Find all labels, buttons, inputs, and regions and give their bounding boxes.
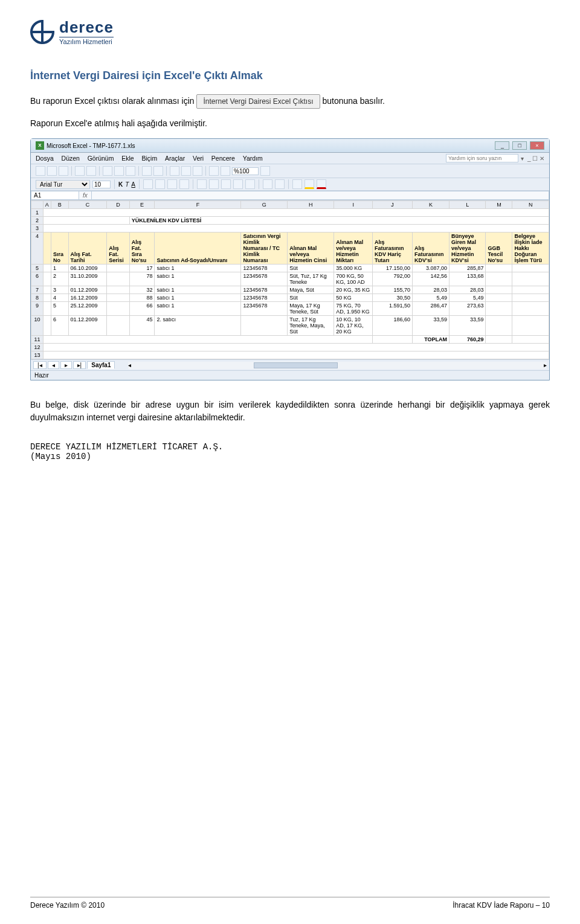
cell[interactable]: Maya, 17 Kg Teneke, Süt (288, 302, 334, 316)
cell[interactable] (512, 294, 549, 302)
col-header[interactable]: J (373, 201, 413, 209)
menu-item[interactable]: Yardım (243, 155, 263, 162)
cut-icon[interactable] (103, 166, 112, 176)
col-header[interactable]: D (107, 201, 129, 209)
cell[interactable]: 1.591,50 (373, 302, 413, 316)
cell[interactable]: 12345678 (241, 294, 288, 302)
cell[interactable] (43, 316, 51, 336)
open-icon[interactable] (47, 166, 57, 176)
cell-hdr[interactable]: Sıra No (51, 233, 68, 265)
cell[interactable]: satıcı 1 (155, 294, 241, 302)
cell[interactable]: 17 (129, 265, 155, 272)
menu-item[interactable]: Görünüm (88, 155, 114, 162)
paste-icon[interactable] (126, 166, 135, 176)
col-header[interactable]: L (450, 201, 486, 209)
help-icon[interactable] (260, 166, 270, 176)
new-icon[interactable] (36, 166, 45, 176)
row-header[interactable]: 8 (31, 294, 44, 302)
cell[interactable]: 133,68 (450, 272, 486, 286)
cell[interactable]: 20 KG, 35 KG (334, 286, 373, 294)
menu-item[interactable]: Veri (193, 155, 204, 162)
cell[interactable]: 50 KG (334, 294, 373, 302)
cell[interactable] (107, 302, 129, 316)
cell[interactable]: 12345678 (241, 265, 288, 272)
cell[interactable] (107, 294, 129, 302)
cell[interactable]: 12345678 (241, 272, 288, 286)
col-header[interactable]: F (155, 201, 241, 209)
cell[interactable]: satıcı 1 (155, 272, 241, 286)
cell[interactable]: Süt (288, 294, 334, 302)
col-header[interactable]: B (51, 201, 68, 209)
cell[interactable]: 33,59 (450, 316, 486, 336)
cell[interactable] (486, 286, 512, 294)
cell[interactable]: Maya, Süt (288, 286, 334, 294)
cell[interactable]: 285,87 (450, 265, 486, 272)
cell-hdr[interactable]: Alınan Mal ve/veya Hizmetin Cinsi (288, 233, 334, 265)
outdent-icon[interactable] (263, 179, 272, 189)
cell[interactable] (43, 209, 549, 217)
cell[interactable]: 88 (129, 294, 155, 302)
col-header[interactable]: G (241, 201, 288, 209)
menu-item[interactable]: Düzen (62, 155, 80, 162)
cell[interactable]: 142,56 (413, 272, 450, 286)
cell[interactable] (512, 316, 549, 336)
inc-dec-icon[interactable] (233, 179, 243, 189)
currency-icon[interactable] (197, 179, 207, 189)
cell-hdr[interactable]: Alış Faturasının KDV'si (413, 233, 450, 265)
cell[interactable]: 28,03 (450, 286, 486, 294)
cell-title[interactable]: YÜKLENİLEN KDV LİSTESİ (129, 217, 549, 225)
cell[interactable] (43, 272, 51, 286)
cell[interactable] (43, 225, 549, 233)
row-header[interactable]: 1 (31, 209, 44, 217)
preview-icon[interactable] (86, 166, 96, 176)
cell[interactable]: 700 KG, 50 KG, 100 AD (334, 272, 373, 286)
cell[interactable]: 17.150,00 (373, 265, 413, 272)
indent-icon[interactable] (275, 179, 285, 189)
col-header[interactable]: E (129, 201, 155, 209)
cell[interactable]: Tuz, 17 Kg Teneke, Maya, Süt (288, 316, 334, 336)
row-header[interactable]: 11 (31, 336, 44, 344)
col-header[interactable]: K (413, 201, 450, 209)
cell[interactable]: 75 KG, 70 AD, 1.950 KG (334, 302, 373, 316)
cell[interactable] (512, 272, 549, 286)
help-search-input[interactable] (446, 154, 518, 162)
menu-item[interactable]: Ekle (121, 155, 134, 162)
minimize-button[interactable]: _ (495, 141, 509, 150)
help-dropdown-icon[interactable]: ▾ (521, 155, 524, 162)
drawing-icon[interactable] (221, 166, 230, 176)
row-header[interactable]: 7 (31, 286, 44, 294)
cell[interactable]: satıcı 1 (155, 265, 241, 272)
cell[interactable] (486, 265, 512, 272)
cell[interactable] (107, 272, 129, 286)
undo-icon[interactable] (142, 166, 152, 176)
cell[interactable]: 16.12.2009 (68, 294, 107, 302)
cell[interactable] (486, 302, 512, 316)
col-header[interactable]: I (334, 201, 373, 209)
cell[interactable]: 3 (51, 286, 68, 294)
cell[interactable]: 12345678 (241, 302, 288, 316)
tab-nav-last[interactable]: ▸| (73, 361, 86, 369)
cell[interactable]: 3.087,00 (413, 265, 450, 272)
print-icon[interactable] (75, 166, 85, 176)
zoom-box[interactable] (232, 167, 259, 175)
cell[interactable]: 45 (129, 316, 155, 336)
select-all-corner[interactable] (31, 201, 44, 209)
hscroll-right-icon[interactable]: ▸ (544, 362, 547, 368)
bold-button[interactable]: K (118, 181, 123, 188)
cell[interactable] (43, 302, 51, 316)
align-right-icon[interactable] (167, 179, 177, 189)
cell[interactable] (107, 265, 129, 272)
cell-hdr[interactable]: Satıcının Vergi Kimlik Numarası / TC Kim… (241, 233, 288, 265)
cell[interactable] (107, 316, 129, 336)
borders-icon[interactable] (292, 179, 302, 189)
row-header[interactable]: 10 (31, 316, 44, 336)
row-header[interactable]: 4 (31, 233, 44, 265)
cell[interactable]: 792,00 (373, 272, 413, 286)
sum-icon[interactable] (170, 166, 179, 176)
cell[interactable]: satıcı 1 (155, 302, 241, 316)
cell[interactable]: 2 (51, 272, 68, 286)
cell-hdr[interactable]: Alınan Mal ve/veya Hizmetin Miktarı (334, 233, 373, 265)
underline-button[interactable]: A (131, 181, 135, 188)
align-center-icon[interactable] (155, 179, 165, 189)
cell[interactable]: 12345678 (241, 286, 288, 294)
